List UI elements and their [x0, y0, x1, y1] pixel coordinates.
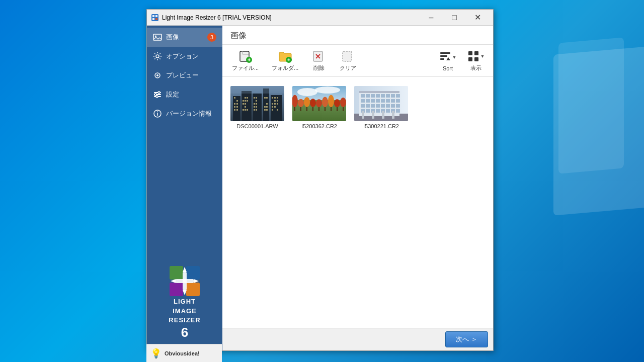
- svg-rect-19: [170, 266, 183, 280]
- image-area: DSC00001.ARW I5200362.CR2 I5300221.CR2: [222, 77, 493, 328]
- sidebar-item-settings[interactable]: 設定: [147, 85, 222, 104]
- sidebar-item-preview[interactable]: プレビュー: [147, 66, 222, 85]
- window-controls: – □ ✕: [420, 10, 489, 26]
- footer-branding: 💡 Obviousidea!: [146, 344, 222, 362]
- image-thumb-0: [230, 86, 284, 121]
- clear-icon: [341, 49, 355, 63]
- sidebar-item-version[interactable]: バージョン情報: [147, 104, 222, 123]
- svg-marker-25: [183, 267, 187, 272]
- add-folder-label: フォルダ...: [272, 64, 298, 72]
- next-button-container: 次へ ＞: [222, 328, 493, 350]
- image-item-1[interactable]: I5200362.CR2: [290, 83, 348, 132]
- add-file-button[interactable]: ファイル...: [226, 47, 264, 74]
- version-icon: [153, 109, 162, 118]
- svg-point-7: [156, 55, 159, 58]
- svg-rect-46: [474, 57, 478, 61]
- minimize-button[interactable]: –: [420, 10, 443, 26]
- image-name-2: I5300221.CR2: [363, 123, 399, 129]
- svg-rect-17: [157, 113, 158, 116]
- maximize-button[interactable]: □: [443, 10, 466, 26]
- svg-rect-20: [186, 283, 200, 296]
- clear-button[interactable]: クリア: [334, 47, 362, 74]
- images-icon: [153, 33, 162, 42]
- preview-icon: [153, 71, 162, 80]
- toolbar: ファイル... フォルダ...: [222, 45, 493, 77]
- toolbar-right: ▼ Sort: [435, 47, 489, 74]
- svg-rect-24: [176, 279, 194, 283]
- delete-label: 削除: [313, 64, 325, 72]
- sort-label: Sort: [443, 65, 453, 71]
- add-file-label: ファイル...: [232, 64, 259, 72]
- delete-icon: [312, 49, 326, 63]
- options-icon: [153, 52, 162, 61]
- svg-rect-42: [440, 58, 444, 60]
- svg-marker-27: [171, 279, 176, 283]
- svg-rect-21: [186, 266, 200, 280]
- clear-label: クリア: [340, 64, 356, 72]
- sidebar-options-label: オプション: [166, 52, 199, 61]
- logo-text: LIGHT IMAGE RESIZER: [169, 297, 200, 325]
- settings-icon: [153, 90, 162, 99]
- brand-name: Obviousidea!: [165, 350, 200, 356]
- sidebar-logo: LIGHT IMAGE RESIZER 6: [147, 255, 222, 350]
- logo-image: [169, 265, 201, 297]
- svg-rect-3: [152, 18, 154, 20]
- image-item-2[interactable]: I5300221.CR2: [352, 83, 410, 132]
- svg-rect-44: [474, 51, 478, 55]
- svg-rect-2: [155, 15, 157, 17]
- sidebar-preview-label: プレビュー: [166, 71, 199, 80]
- svg-rect-35: [288, 58, 289, 61]
- page-title: 画像: [222, 26, 493, 45]
- image-name-0: DSC00001.ARW: [236, 123, 278, 129]
- right-panel: 画像 ファイル...: [222, 26, 493, 350]
- app-icon: [151, 14, 159, 22]
- add-file-icon: [238, 49, 253, 63]
- svg-point-9: [156, 74, 158, 76]
- view-dropdown-arrow: ▼: [480, 54, 485, 59]
- sidebar: 画像 3 オプション プレビュー: [147, 26, 222, 350]
- window-title: Light Image Resizer 6 [TRIAL VERSION]: [162, 14, 420, 21]
- image-thumb-1: [292, 86, 346, 121]
- view-label: 表示: [470, 64, 481, 72]
- image-thumb-2: [354, 86, 408, 121]
- sort-button[interactable]: ▼ Sort: [435, 47, 461, 74]
- image-grid: DSC00001.ARW I5200362.CR2 I5300221.CR2: [228, 83, 487, 132]
- svg-rect-32: [249, 58, 250, 61]
- sidebar-item-options[interactable]: オプション: [147, 47, 222, 66]
- svg-point-6: [155, 36, 156, 37]
- sort-dropdown-arrow: ▼: [452, 55, 457, 60]
- close-button[interactable]: ✕: [466, 10, 489, 26]
- main-content: 画像 3 オプション プレビュー: [147, 26, 493, 350]
- lightbulb-icon: 💡: [150, 348, 162, 359]
- svg-rect-18: [157, 112, 158, 113]
- svg-rect-1: [152, 15, 154, 17]
- svg-rect-45: [468, 57, 472, 61]
- svg-rect-5: [153, 34, 162, 40]
- delete-button[interactable]: 削除: [306, 47, 332, 74]
- svg-point-15: [156, 96, 158, 98]
- svg-rect-4: [155, 18, 157, 20]
- svg-rect-22: [170, 283, 183, 296]
- add-folder-button[interactable]: フォルダ...: [266, 47, 304, 74]
- view-button[interactable]: ▼ 表示: [463, 47, 489, 74]
- add-folder-icon: [278, 49, 292, 63]
- svg-rect-39: [343, 51, 352, 61]
- svg-marker-26: [183, 290, 187, 295]
- svg-rect-43: [468, 51, 472, 55]
- svg-point-13: [158, 92, 160, 94]
- svg-marker-28: [194, 279, 199, 283]
- sidebar-item-images[interactable]: 画像 3: [147, 28, 222, 47]
- app-window: Light Image Resizer 6 [TRIAL VERSION] – …: [146, 9, 494, 351]
- logo-number: 6: [181, 325, 188, 340]
- image-item-0[interactable]: DSC00001.ARW: [228, 83, 286, 132]
- view-icon: ▼: [469, 49, 483, 63]
- image-name-1: I5200362.CR2: [301, 123, 337, 129]
- next-button[interactable]: 次へ ＞: [445, 331, 488, 347]
- titlebar: Light Image Resizer 6 [TRIAL VERSION] – …: [147, 10, 493, 26]
- svg-point-11: [154, 94, 156, 96]
- sidebar-version-label: バージョン情報: [166, 109, 212, 118]
- images-badge: 3: [207, 33, 216, 42]
- svg-rect-40: [440, 52, 450, 54]
- sidebar-images-label: 画像: [166, 33, 179, 42]
- sidebar-settings-label: 設定: [166, 90, 179, 99]
